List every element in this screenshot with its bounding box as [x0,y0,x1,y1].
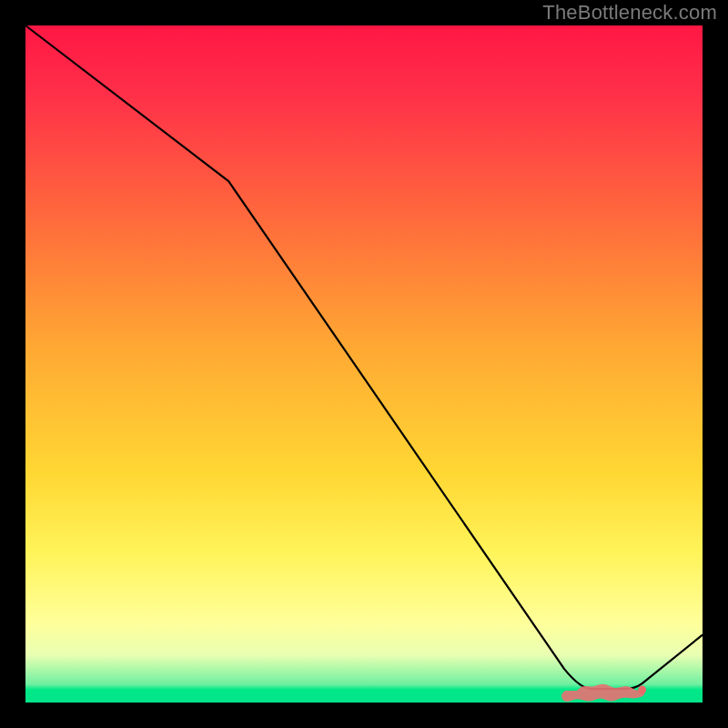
optimal-range-end-dot [638,686,646,694]
chart-svg [25,25,703,703]
attribution-text: TheBottleneck.com [542,0,717,25]
plot-area [25,25,703,703]
chart-root: TheBottleneck.com [0,0,728,728]
optimal-range-blob [561,684,645,702]
bottleneck-curve [25,25,703,689]
